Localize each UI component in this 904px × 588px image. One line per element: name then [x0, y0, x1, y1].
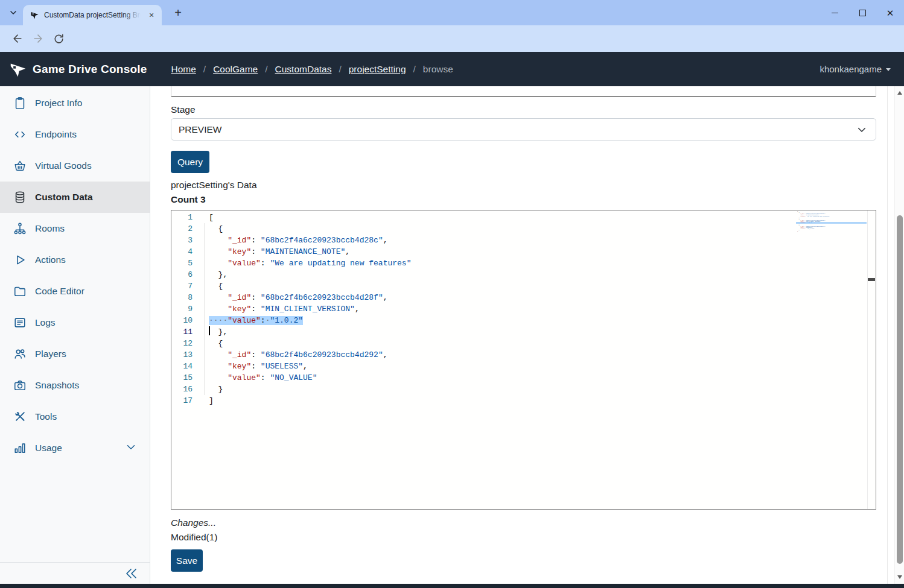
- play-icon: [13, 253, 27, 267]
- editor-line-numbers: 1234567891011121314151617: [171, 212, 193, 406]
- editor-minimap[interactable]: [ { "_id": "68bc2f4a6c20923bccb4d28c", "…: [796, 211, 867, 265]
- json-editor[interactable]: 1234567891011121314151617 [ { "_id": "68…: [171, 210, 876, 510]
- sidebar-item-usage[interactable]: Usage: [0, 432, 150, 464]
- close-tab-icon[interactable]: ×: [146, 10, 157, 21]
- code-line-12[interactable]: {: [209, 338, 411, 349]
- breadcrumb-item-home[interactable]: Home: [171, 64, 196, 75]
- code-line-4[interactable]: "key": "MAINTENANCE_NOTE",: [209, 246, 411, 258]
- save-button[interactable]: Save: [171, 549, 203, 572]
- code-line-1[interactable]: [: [209, 212, 411, 223]
- line-number: 13: [171, 349, 193, 361]
- maximize-icon[interactable]: [848, 0, 876, 25]
- scroll-up-icon[interactable]: [897, 91, 902, 95]
- browser-tab[interactable]: CustomData projectSetting Bro ×: [23, 5, 162, 25]
- code-line-10[interactable]: ····"value":·"1.0.2": [209, 315, 411, 326]
- line-number: 1: [171, 212, 193, 223]
- line-number: 15: [171, 372, 193, 384]
- minimize-icon[interactable]: [821, 0, 848, 25]
- line-number: 14: [171, 361, 193, 372]
- tools-icon: [13, 410, 27, 423]
- code-line-8[interactable]: "_id": "68bc2f4b6c20923bccb4d28f",: [209, 292, 411, 303]
- breadcrumb-item-customdatas[interactable]: CustomDatas: [275, 64, 332, 75]
- scrollbar-thumb[interactable]: [897, 215, 903, 564]
- code-line-11[interactable]: },: [209, 326, 411, 338]
- breadcrumb: Home/CoolGame/CustomDatas/projectSetting…: [171, 64, 453, 75]
- editor-overview-ruler[interactable]: [867, 210, 876, 509]
- code-line-3[interactable]: "_id": "68bc2f4a6c20923bccb4d28c",: [209, 235, 411, 246]
- code-line-6[interactable]: },: [209, 269, 411, 280]
- scroll-down-icon[interactable]: [897, 575, 902, 579]
- breadcrumb-item-coolgame[interactable]: CoolGame: [213, 64, 258, 75]
- sidebar-item-actions[interactable]: Actions: [0, 244, 150, 276]
- line-number: 16: [171, 384, 193, 395]
- line-number: 7: [171, 280, 193, 292]
- sidebar-item-label: Project Info: [35, 98, 82, 109]
- sidebar-item-label: Custom Data: [35, 192, 93, 203]
- collapse-sidebar-icon[interactable]: [124, 566, 139, 581]
- back-icon[interactable]: [7, 28, 28, 49]
- tab-strip: CustomData projectSetting Bro × + ✕: [0, 0, 904, 25]
- sidebar-item-label: Usage: [35, 443, 62, 454]
- code-line-13[interactable]: "_id": "68bc2f4b6c20923bccb4d292",: [209, 349, 411, 361]
- sidebar-item-endpoints[interactable]: Endpoints: [0, 119, 150, 150]
- window-close-icon[interactable]: ✕: [876, 0, 904, 25]
- sidebar: Project InfoEndpointsVirtual GoodsCustom…: [0, 86, 150, 584]
- code-line-15[interactable]: "value": "NO_VALUE": [209, 372, 411, 384]
- basket-icon: [13, 159, 27, 172]
- code-line-2[interactable]: {: [209, 223, 411, 235]
- sidebar-item-rooms[interactable]: Rooms: [0, 213, 150, 244]
- line-number: 9: [171, 303, 193, 315]
- username: khonkaengame: [820, 64, 882, 74]
- line-number: 11: [171, 326, 193, 338]
- code-line-14[interactable]: "key": "USELESS",: [209, 361, 411, 372]
- code-line-16[interactable]: }: [209, 384, 411, 395]
- new-tab-button[interactable]: +: [171, 5, 185, 20]
- reload-icon[interactable]: [48, 28, 69, 49]
- camera-icon: [13, 379, 27, 392]
- list-icon: [13, 316, 27, 329]
- code-line-17[interactable]: ]: [209, 395, 411, 406]
- main-content: Stage PREVIEW Query projectSetting's Dat…: [171, 86, 876, 584]
- breadcrumb-separator: /: [203, 64, 206, 75]
- chevron-down-icon[interactable]: [124, 440, 138, 456]
- window-bottom-edge: [0, 584, 904, 588]
- sidebar-item-project-info[interactable]: Project Info: [0, 87, 150, 119]
- code-line-7[interactable]: {: [209, 280, 411, 292]
- code-line-9[interactable]: "key": "MIN_CLIENT_VERSION",: [209, 303, 411, 315]
- code-line-5[interactable]: "value": "We are updating new features": [209, 258, 411, 269]
- editor-code[interactable]: [ { "_id": "68bc2f4a6c20923bccb4d28c", "…: [209, 212, 411, 406]
- breadcrumb-separator: /: [413, 64, 416, 75]
- sidebar-item-snapshots[interactable]: Snapshots: [0, 370, 150, 401]
- forward-icon[interactable]: [28, 28, 48, 49]
- sidebar-item-virtual-goods[interactable]: Virtual Goods: [0, 150, 150, 182]
- ruler-cursor-marker: [868, 278, 875, 281]
- sidebar-item-custom-data[interactable]: Custom Data: [0, 182, 150, 213]
- page-scrollbar[interactable]: [894, 86, 904, 584]
- stage-select[interactable]: PREVIEW: [171, 118, 876, 141]
- line-number: 10: [171, 315, 193, 326]
- line-number: 4: [171, 246, 193, 258]
- sidebar-item-logs[interactable]: Logs: [0, 307, 150, 338]
- sidebar-item-players[interactable]: Players: [0, 338, 150, 370]
- bar-chart-icon: [13, 441, 27, 455]
- breadcrumb-item-projectsetting[interactable]: projectSetting: [349, 64, 406, 75]
- users-icon: [13, 347, 27, 361]
- line-number: 17: [171, 395, 193, 406]
- app-title: Game Drive Console: [33, 63, 147, 76]
- query-button[interactable]: Query: [171, 151, 209, 173]
- code-line-17[interactable]: ]: [797, 231, 867, 232]
- sidebar-item-tools[interactable]: Tools: [0, 401, 150, 432]
- line-number: 3: [171, 235, 193, 246]
- sidebar-item-label: Rooms: [35, 223, 65, 234]
- query-filter-input-partial[interactable]: [171, 86, 876, 97]
- user-menu[interactable]: khonkaengame: [820, 64, 891, 74]
- changes-label: Changes...: [171, 517, 216, 528]
- line-number: 8: [171, 292, 193, 303]
- stage-label: Stage: [171, 104, 196, 115]
- tab-search-chevron-icon[interactable]: [6, 5, 21, 20]
- brand[interactable]: Game Drive Console: [10, 61, 147, 78]
- sidebar-footer: [0, 562, 150, 584]
- sidebar-item-code-editor[interactable]: Code Editor: [0, 276, 150, 307]
- data-title: projectSetting's Data: [171, 180, 257, 191]
- tab-title: CustomData projectSetting Bro: [44, 11, 141, 19]
